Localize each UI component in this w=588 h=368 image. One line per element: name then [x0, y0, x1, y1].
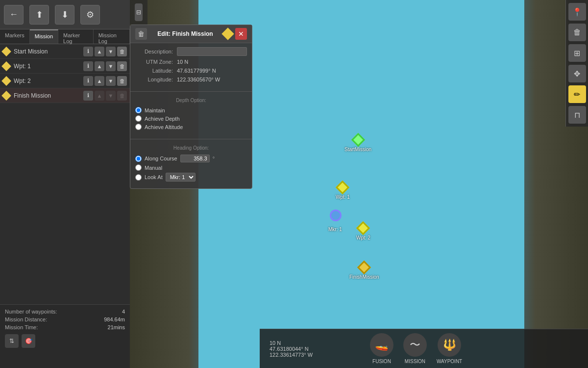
distance-value: 984.64m: [104, 316, 125, 322]
finish-mission-down-btn: ▼: [106, 91, 116, 101]
description-input[interactable]: [177, 47, 247, 56]
edit-close-button[interactable]: ✕: [235, 28, 247, 40]
mission-label: MISSION: [405, 359, 425, 364]
start-mission-map-label: StartMission: [344, 147, 371, 152]
finish-diamond-icon: [357, 261, 371, 274]
sort-icon[interactable]: ⇅: [5, 334, 19, 348]
list-item-wpt2[interactable]: Wpt: 2 ℹ ▲ ▼ 🗑: [0, 74, 130, 88]
tab-mission-log[interactable]: Mission Log: [94, 29, 130, 44]
fusion-label: FUSION: [372, 359, 391, 364]
edit-panel-header: 🗑 Edit: Finish Mission ✕: [130, 25, 252, 43]
waypoint-icon: 🔱: [438, 333, 461, 357]
finish-mission-up-btn[interactable]: ▲: [95, 91, 104, 101]
wpt2-up-btn[interactable]: ▲: [95, 76, 104, 86]
start-mission-diamond-icon: [1, 47, 11, 56]
fusion-icon: 🚤: [370, 333, 393, 357]
waypoint-finish-mission[interactable]: FinishMission: [349, 263, 379, 280]
depth-radio-group: Maintain Achieve Depth Achieve Altitude: [135, 106, 247, 133]
start-mission-delete-btn[interactable]: 🗑: [117, 47, 127, 56]
tab-marker-log[interactable]: Marker Log: [58, 29, 94, 44]
waypoints-value: 4: [122, 309, 125, 315]
waypoint-wpt1[interactable]: Wpt: 1: [336, 183, 350, 200]
edit-description-section: Description: UTM Zone: 10 N Latitude: 47…: [130, 43, 252, 89]
wpt1-map-label: Wpt: 1: [336, 194, 350, 200]
wpt1-delete-btn[interactable]: 🗑: [117, 61, 127, 71]
edit-diamond-icon[interactable]: [221, 27, 234, 40]
wpt1-up-btn[interactable]: ▲: [95, 61, 104, 71]
manual-label: Manual: [145, 165, 162, 171]
depth-section-title: Depth Option:: [135, 98, 247, 103]
wpt2-diamond-icon: [356, 221, 370, 235]
locate-button[interactable]: 📍: [568, 3, 586, 21]
utm-zone-label: UTM Zone:: [135, 59, 177, 65]
start-mission-info-btn[interactable]: ℹ: [83, 47, 93, 56]
wpt2-delete-btn[interactable]: 🗑: [117, 76, 127, 86]
depth-option-section: Depth Option: Maintain Achieve Depth Ach…: [130, 94, 252, 137]
move-button[interactable]: ✥: [568, 65, 586, 82]
waypoint-wpt2[interactable]: Wpt: 2: [356, 223, 370, 240]
grid-button[interactable]: ⊞: [568, 44, 586, 62]
start-diamond-icon: [351, 133, 365, 147]
mission-list: Start Mission ℹ ▲ ▼ 🗑 Wpt: 1 ℹ ▲ ▼ 🗑 Wpt…: [0, 44, 130, 304]
finish-mission-diamond-icon: [1, 91, 11, 101]
mission-icon: 〜: [403, 333, 427, 357]
marker-map-label: Mkr: 1: [328, 227, 342, 232]
wpt1-diamond-icon: [1, 61, 11, 71]
waypoint-nav-button[interactable]: 🔱 WAYPOINT: [437, 333, 462, 364]
tab-mission[interactable]: Mission: [30, 29, 58, 44]
upload-button[interactable]: ⬆: [29, 5, 49, 25]
wpt1-down-btn[interactable]: ▼: [106, 61, 116, 71]
settings-button[interactable]: ⚙: [80, 5, 100, 25]
wpt1-info-btn[interactable]: ℹ: [83, 61, 93, 71]
list-item-start-mission[interactable]: Start Mission ℹ ▲ ▼ 🗑: [0, 44, 130, 59]
marker-circle: [330, 210, 342, 221]
along-course-radio[interactable]: [135, 156, 142, 162]
wpt2-label: Wpt: 2: [12, 78, 81, 84]
longitude-value: 122.33605670° W: [177, 77, 247, 82]
target-icon[interactable]: 🎯: [22, 334, 35, 348]
route-button[interactable]: ⊓: [568, 106, 586, 124]
start-mission-label: Start Mission: [12, 48, 81, 55]
back-button[interactable]: ←: [4, 5, 24, 25]
look-at-radio[interactable]: [135, 174, 142, 181]
along-course-value-input[interactable]: [180, 155, 210, 162]
start-mission-up-btn[interactable]: ▲: [95, 47, 104, 56]
utm-zone-value: 10 N: [177, 59, 247, 65]
waypoints-label: Number of waypoints:: [5, 309, 57, 315]
tab-markers[interactable]: Markers: [0, 29, 30, 44]
distance-label: Mission Distance:: [5, 316, 47, 322]
list-item-finish-mission[interactable]: Finish Mission ℹ ▲ ▼ 🗑: [0, 88, 130, 103]
start-mission-down-btn[interactable]: ▼: [106, 47, 116, 56]
draw-button[interactable]: ✏: [568, 85, 586, 103]
finish-mission-label: Finish Mission: [12, 92, 81, 99]
wpt2-map-label: Wpt: 2: [356, 235, 370, 240]
download-button[interactable]: ⬇: [55, 5, 74, 25]
manual-radio[interactable]: [135, 164, 142, 171]
waypoint-start-mission[interactable]: StartMission: [344, 135, 371, 152]
lat-display: 47.63180044° N: [270, 346, 313, 352]
coord-display: 10 N 47.63180044° N 122.33614773° W: [270, 340, 313, 358]
achieve-depth-radio[interactable]: [135, 115, 142, 122]
wpt2-diamond-icon: [1, 76, 11, 86]
fusion-nav-button[interactable]: 🚤 FUSION: [370, 333, 393, 364]
delete-button[interactable]: 🗑: [568, 24, 586, 41]
mission-nav-button[interactable]: 〜 MISSION: [403, 333, 427, 364]
along-course-label: Along Course: [145, 156, 177, 161]
achieve-altitude-radio[interactable]: [135, 124, 142, 130]
wpt2-down-btn[interactable]: ▼: [106, 76, 116, 86]
heading-radio-group: Along Course ° Manual Look At Mkr: 1: [135, 154, 247, 184]
list-item-wpt1[interactable]: Wpt: 1 ℹ ▲ ▼ 🗑: [0, 59, 130, 74]
look-at-select[interactable]: Mkr: 1: [166, 173, 196, 182]
finish-mission-info-btn[interactable]: ℹ: [83, 91, 93, 101]
edit-panel: 🗑 Edit: Finish Mission ✕ Description: UT…: [130, 25, 252, 189]
edit-trash-button[interactable]: 🗑: [135, 28, 147, 40]
layers-button[interactable]: ⊟: [135, 3, 143, 21]
achieve-depth-label: Achieve Depth: [145, 116, 180, 122]
map-bottom-bar: 10 N 47.63180044° N 122.33614773° W 🚤 FU…: [260, 329, 588, 368]
wpt2-info-btn[interactable]: ℹ: [83, 76, 93, 86]
maintain-radio[interactable]: [135, 107, 142, 113]
along-course-suffix: °: [213, 156, 215, 161]
time-value: 21mins: [108, 324, 125, 330]
edit-panel-title: Edit: Finish Mission: [157, 30, 213, 37]
right-toolbar: 📍 🗑 ⊞ ✥ ✏ ⊓: [565, 0, 588, 127]
